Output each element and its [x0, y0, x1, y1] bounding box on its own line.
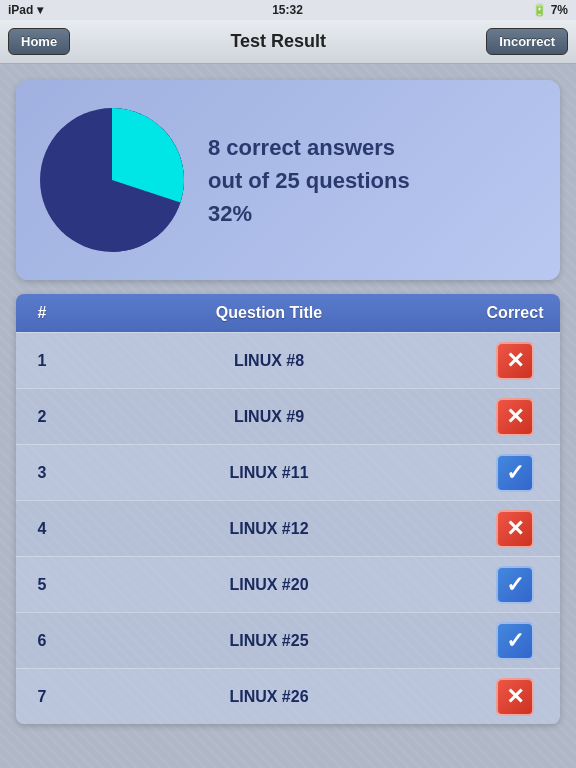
- table-row[interactable]: 6LINUX #25✓: [16, 612, 560, 668]
- summary-line3: 32%: [208, 197, 410, 230]
- main-content: 8 correct answers out of 25 questions 32…: [0, 64, 576, 740]
- cell-num: 2: [16, 400, 68, 434]
- table-row[interactable]: 7LINUX #26✕: [16, 668, 560, 724]
- home-button[interactable]: Home: [8, 28, 70, 55]
- table-row[interactable]: 1LINUX #8✕: [16, 332, 560, 388]
- cell-correct: ✕: [470, 390, 560, 444]
- summary-line2: out of 25 questions: [208, 164, 410, 197]
- battery-icon: 🔋: [532, 3, 547, 17]
- cell-title: LINUX #8: [68, 344, 470, 378]
- table-body: 1LINUX #8✕2LINUX #9✕3LINUX #11✓4LINUX #1…: [16, 332, 560, 724]
- cell-title: LINUX #20: [68, 568, 470, 602]
- cell-title: LINUX #26: [68, 680, 470, 714]
- summary-text: 8 correct answers out of 25 questions 32…: [208, 131, 410, 230]
- cross-icon: ✕: [496, 678, 534, 716]
- checkmark-icon: ✓: [496, 454, 534, 492]
- results-table: # Question Title Correct 1LINUX #8✕2LINU…: [16, 294, 560, 724]
- cross-icon: ✕: [496, 510, 534, 548]
- status-left: iPad ▾: [8, 3, 43, 17]
- page-title: Test Result: [230, 31, 326, 52]
- cell-correct: ✓: [470, 614, 560, 668]
- col-correct: Correct: [470, 304, 560, 322]
- col-title: Question Title: [68, 304, 470, 322]
- cell-num: 4: [16, 512, 68, 546]
- table-row[interactable]: 2LINUX #9✕: [16, 388, 560, 444]
- cell-correct: ✕: [470, 670, 560, 724]
- cross-icon: ✕: [496, 342, 534, 380]
- cell-num: 7: [16, 680, 68, 714]
- summary-line1: 8 correct answers: [208, 131, 410, 164]
- cell-title: LINUX #12: [68, 512, 470, 546]
- cell-correct: ✕: [470, 502, 560, 556]
- time-label: 15:32: [272, 3, 303, 17]
- carrier-label: iPad: [8, 3, 33, 17]
- cell-title: LINUX #25: [68, 624, 470, 658]
- col-num: #: [16, 304, 68, 322]
- checkmark-icon: ✓: [496, 622, 534, 660]
- cell-correct: ✕: [470, 334, 560, 388]
- cross-icon: ✕: [496, 398, 534, 436]
- cell-num: 3: [16, 456, 68, 490]
- cell-num: 6: [16, 624, 68, 658]
- cell-num: 5: [16, 568, 68, 602]
- cell-title: LINUX #11: [68, 456, 470, 490]
- cell-num: 1: [16, 344, 68, 378]
- status-bar: iPad ▾ 15:32 🔋 7%: [0, 0, 576, 20]
- incorrect-button[interactable]: Incorrect: [486, 28, 568, 55]
- table-row[interactable]: 4LINUX #12✕: [16, 500, 560, 556]
- table-header: # Question Title Correct: [16, 294, 560, 332]
- pie-chart: [32, 100, 192, 260]
- table-row[interactable]: 3LINUX #11✓: [16, 444, 560, 500]
- nav-bar: Home Test Result Incorrect: [0, 20, 576, 64]
- cell-correct: ✓: [470, 446, 560, 500]
- summary-card: 8 correct answers out of 25 questions 32…: [16, 80, 560, 280]
- battery-label: 7%: [551, 3, 568, 17]
- cell-title: LINUX #9: [68, 400, 470, 434]
- table-row[interactable]: 5LINUX #20✓: [16, 556, 560, 612]
- cell-correct: ✓: [470, 558, 560, 612]
- checkmark-icon: ✓: [496, 566, 534, 604]
- status-right: 🔋 7%: [532, 3, 568, 17]
- wifi-icon: ▾: [37, 3, 43, 17]
